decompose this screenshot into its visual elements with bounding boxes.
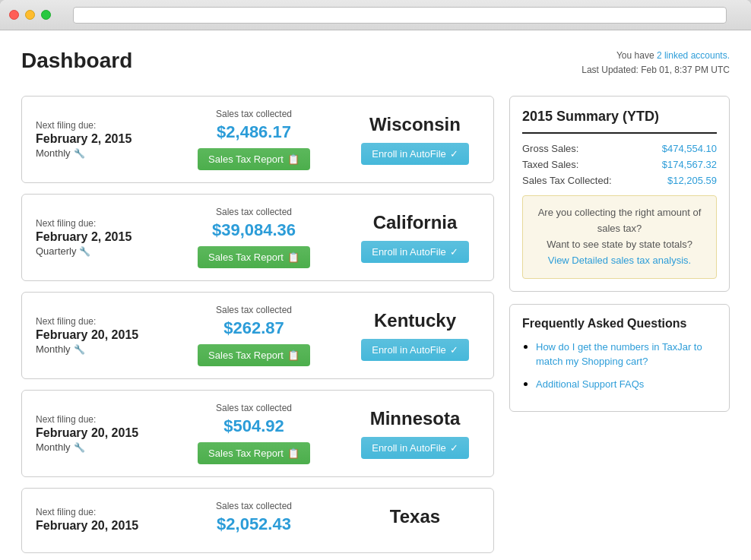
sales-tax-report-button-kentucky[interactable]: Sales Tax Report 📋 [198,344,310,366]
sales-tax-collected-label: Sales Tax Collected: [522,175,612,186]
autofile-button-kentucky[interactable]: Enroll in AutoFile ✓ [361,339,469,361]
card-right-kentucky: Kentucky Enroll in AutoFile ✓ [350,310,480,361]
faq-box: Frequently Asked Questions How do I get … [509,304,730,413]
faq-link-2[interactable]: Additional Support FAQs [536,378,644,390]
autofile-button-california[interactable]: Enroll in AutoFile ✓ [361,241,469,263]
last-updated: Last Updated: Feb 01, 8:37 PM UTC [581,63,730,78]
next-filing-label: Next filing due: [36,507,157,517]
next-filing-label: Next filing due: [36,414,157,425]
collected-label: Sales tax collected [165,501,343,511]
collected-amount: $2,486.17 [165,122,343,142]
due-date: February 20, 2015 [36,426,157,440]
frequency: Monthly 🔧 [36,147,157,159]
close-button[interactable] [9,10,19,20]
linked-accounts-info: You have 2 linked accounts. [581,49,730,63]
page-title: Dashboard [21,49,132,73]
autofile-button-minnesota[interactable]: Enroll in AutoFile ✓ [361,437,469,459]
state-name: Minnesota [350,408,480,429]
frequency: Monthly 🔧 [36,441,157,453]
frequency: Quarterly 🔧 [36,245,157,257]
autofile-icon: ✓ [450,148,458,160]
collected-label: Sales tax collected [165,207,343,217]
autofile-icon: ✓ [450,442,458,454]
state-name: Texas [350,506,480,527]
state-name: Kentucky [350,310,480,331]
summary-row-taxed: Taxed Sales: $174,567.32 [522,159,717,170]
faq-list: How do I get the numbers in TaxJar to ma… [522,340,717,392]
frequency-label: Monthly [36,147,71,159]
gross-sales-label: Gross Sales: [522,143,578,154]
frequency: Monthly 🔧 [36,343,157,355]
due-date: February 20, 2015 [36,519,157,533]
taxed-sales-label: Taxed Sales: [522,159,578,170]
report-icon: 📋 [287,350,299,361]
next-filing-label: Next filing due: [36,120,157,131]
state-card-kentucky: Next filing due: February 20, 2015 Month… [21,292,494,379]
summary-row-collected: Sales Tax Collected: $12,205.59 [522,175,717,186]
card-right-california: California Enroll in AutoFile ✓ [350,212,480,263]
cards-column: Next filing due: February 2, 2015 Monthl… [21,96,494,553]
summary-row-gross: Gross Sales: $474,554.10 [522,143,717,154]
page-content: Dashboard You have 2 linked accounts. La… [0,30,751,560]
wrench-icon[interactable]: 🔧 [74,442,85,453]
collected-label: Sales tax collected [165,109,343,119]
collected-amount: $39,084.36 [165,220,343,240]
collected-label: Sales tax collected [165,403,343,413]
card-right-wisconsin: Wisconsin Enroll in AutoFile ✓ [350,114,480,165]
report-icon: 📋 [287,448,299,459]
card-left-texas: Next filing due: February 20, 2015 [36,507,157,534]
card-left-california: Next filing due: February 2, 2015 Quarte… [36,218,157,257]
faq-title: Frequently Asked Questions [522,317,717,331]
next-filing-label: Next filing due: [36,218,157,229]
report-icon: 📋 [287,252,299,263]
page-header: Dashboard You have 2 linked accounts. La… [21,49,730,78]
card-right-minnesota: Minnesota Enroll in AutoFile ✓ [350,408,480,459]
taxed-sales-value: $174,567.32 [662,159,717,170]
sales-tax-report-button-wisconsin[interactable]: Sales Tax Report 📋 [198,148,310,170]
main-layout: Next filing due: February 2, 2015 Monthl… [21,96,730,553]
report-icon: 📋 [287,153,299,165]
sales-tax-report-button-minnesota[interactable]: Sales Tax Report 📋 [198,442,310,464]
wrench-icon[interactable]: 🔧 [74,148,85,159]
url-bar[interactable] [73,7,727,24]
due-date: February 20, 2015 [36,328,157,342]
card-center-texas: Sales tax collected $2,052.43 [165,501,343,540]
card-center-wisconsin: Sales tax collected $2,486.17 Sales Tax … [165,109,343,170]
autofile-icon: ✓ [450,246,458,258]
card-left-wisconsin: Next filing due: February 2, 2015 Monthl… [36,120,157,159]
gross-sales-value: $474,554.10 [662,143,717,154]
card-right-texas: Texas [350,506,480,535]
summary-title: 2015 Summary (YTD) [522,109,717,134]
summary-box: 2015 Summary (YTD) Gross Sales: $474,554… [509,96,730,291]
app-window: Dashboard You have 2 linked accounts. La… [0,0,751,560]
faq-item-1: How do I get the numbers in TaxJar to ma… [536,340,717,369]
state-name: California [350,212,480,233]
collected-amount: $262.87 [165,318,343,338]
sidebar-column: 2015 Summary (YTD) Gross Sales: $474,554… [509,96,730,553]
next-filing-label: Next filing due: [36,316,157,327]
frequency-label: Monthly [36,441,71,453]
frequency-label: Monthly [36,343,71,355]
state-card-minnesota: Next filing due: February 20, 2015 Month… [21,390,494,477]
autofile-button-wisconsin[interactable]: Enroll in AutoFile ✓ [361,143,469,165]
faq-item-2: Additional Support FAQs [536,377,717,392]
state-card-texas: Next filing due: February 20, 2015 Sales… [21,488,494,553]
detailed-analysis-link[interactable]: View Detailed sales tax analysis. [548,255,691,266]
state-name: Wisconsin [350,114,480,135]
frequency-label: Quarterly [36,245,76,257]
due-date: February 2, 2015 [36,132,157,146]
title-bar [0,0,751,30]
sales-tax-report-button-california[interactable]: Sales Tax Report 📋 [198,246,310,268]
maximize-button[interactable] [41,10,51,20]
linked-accounts-link[interactable]: 2 linked accounts. [657,50,730,61]
minimize-button[interactable] [25,10,35,20]
card-center-minnesota: Sales tax collected $504.92 Sales Tax Re… [165,403,343,464]
faq-link-1[interactable]: How do I get the numbers in TaxJar to ma… [536,341,702,368]
card-center-kentucky: Sales tax collected $262.87 Sales Tax Re… [165,305,343,366]
wrench-icon[interactable]: 🔧 [79,246,90,257]
wrench-icon[interactable]: 🔧 [74,344,85,355]
header-info: You have 2 linked accounts. Last Updated… [581,49,730,78]
card-left-minnesota: Next filing due: February 20, 2015 Month… [36,414,157,453]
card-center-california: Sales tax collected $39,084.36 Sales Tax… [165,207,343,268]
card-left-kentucky: Next filing due: February 20, 2015 Month… [36,316,157,355]
